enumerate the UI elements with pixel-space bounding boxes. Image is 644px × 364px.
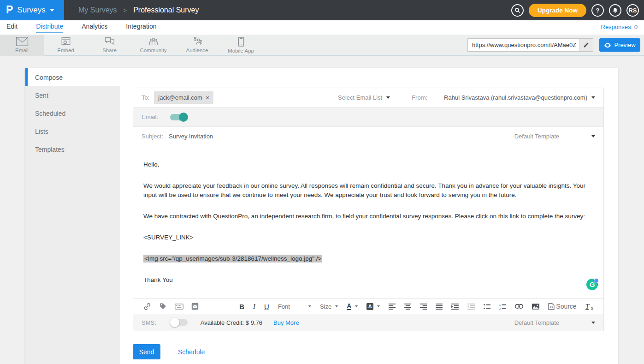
upgrade-now-button[interactable]: Upgrade Now xyxy=(529,4,586,17)
background-color-button[interactable]: A xyxy=(366,303,380,310)
email-toggle[interactable] xyxy=(170,114,187,120)
channel-email[interactable]: Email xyxy=(0,35,44,56)
tab-integration[interactable]: Integration xyxy=(126,23,156,32)
select-email-list-dropdown[interactable]: Select Email List xyxy=(338,94,390,101)
subject-label: Subject: xyxy=(142,133,163,140)
caret-down-icon xyxy=(591,322,595,324)
search-icon xyxy=(514,7,520,13)
channel-label: Email xyxy=(15,48,29,53)
body-closing: Thank You xyxy=(143,275,593,285)
breadcrumb-survey-title: Professional Survey xyxy=(133,6,199,14)
sidebar-item-compose[interactable]: Compose xyxy=(25,68,120,86)
survey-nav: Edit Distribute Analytics Integration Re… xyxy=(0,20,644,35)
body-paragraph-1: We would appreciate your feedback in our… xyxy=(143,181,593,200)
buy-more-link[interactable]: Buy More xyxy=(273,319,299,326)
align-center-button[interactable] xyxy=(404,304,411,310)
compose-form: To: jack@email.com × Select Email List F… xyxy=(133,88,604,146)
email-template-button[interactable] xyxy=(191,303,199,310)
recipient-chip[interactable]: jack@email.com × xyxy=(154,91,213,104)
bold-button[interactable]: B xyxy=(239,303,244,310)
justify-button[interactable] xyxy=(436,304,443,310)
header-actions: Upgrade Now ? RS xyxy=(511,4,644,17)
schedule-link[interactable]: Schedule xyxy=(178,348,205,356)
size-dropdown[interactable]: Size xyxy=(320,303,338,310)
align-right-button[interactable] xyxy=(420,304,427,310)
numbered-list-button[interactable]: 12 xyxy=(499,304,506,310)
email-sidebar: Compose Sent Scheduled Lists Templates xyxy=(25,68,120,364)
share-icon xyxy=(104,37,115,46)
channel-embed[interactable]: Embed xyxy=(44,35,88,56)
survey-link-token: <SURVEY_LINK> xyxy=(143,233,593,242)
insert-tag-button[interactable] xyxy=(159,303,167,310)
indent-icon xyxy=(451,304,459,310)
indent-button[interactable] xyxy=(451,304,459,310)
channel-community[interactable]: Community xyxy=(131,35,175,56)
editor-toolbar: B I U Font Size A xyxy=(133,298,604,314)
product-switcher[interactable]: P Surveys xyxy=(0,0,64,20)
email-template-dropdown[interactable]: Default Template xyxy=(514,133,595,140)
justify-icon xyxy=(436,304,443,310)
subject-row: Subject: Survey Invitation Default Templ… xyxy=(133,127,603,146)
insert-image-button[interactable] xyxy=(532,304,539,310)
edit-url-button[interactable] xyxy=(579,39,593,51)
keyboard-button[interactable] xyxy=(175,304,183,310)
align-left-button[interactable] xyxy=(389,304,396,310)
channel-mobile-app[interactable]: Mobile App xyxy=(219,35,263,56)
send-button[interactable]: Send xyxy=(133,344,160,359)
breadcrumb: My Surveys > Professional Survey xyxy=(78,6,199,14)
align-left-icon xyxy=(389,304,396,310)
from-dropdown[interactable]: Rahul Srivastava (rahul.srivastava@quest… xyxy=(444,94,595,101)
sms-template-dropdown[interactable]: Default Template xyxy=(514,319,595,326)
channel-label: Embed xyxy=(57,48,74,53)
channel-audience[interactable]: $ Audience xyxy=(175,35,219,56)
sidebar-item-scheduled[interactable]: Scheduled xyxy=(25,104,120,122)
sms-toggle[interactable] xyxy=(171,319,188,326)
grammarly-icon[interactable]: G xyxy=(586,279,598,290)
svg-text:1: 1 xyxy=(499,304,501,306)
caret-down-icon xyxy=(355,305,358,307)
email-body-editor[interactable]: Hello, We would appreciate your feedback… xyxy=(133,146,604,298)
remove-recipient-icon[interactable]: × xyxy=(206,95,209,101)
notifications-button[interactable] xyxy=(609,4,621,17)
help-button[interactable]: ? xyxy=(591,4,604,17)
sidebar-item-templates[interactable]: Templates xyxy=(25,140,120,158)
selected-image-tag: <img src="/qp_userimages/sub-3/2818617/w… xyxy=(143,255,322,263)
insert-link-button[interactable] xyxy=(515,304,523,309)
question-mark-icon: ? xyxy=(596,7,600,14)
bulleted-list-button[interactable] xyxy=(484,304,490,310)
tab-edit[interactable]: Edit xyxy=(6,23,18,32)
email-distribution-card: Compose Sent Scheduled Lists Templates T… xyxy=(25,68,618,364)
italic-button[interactable]: I xyxy=(253,303,255,310)
channel-share[interactable]: Share xyxy=(88,35,131,56)
responses-count[interactable]: Responses: 0 xyxy=(601,23,638,30)
text-color-icon: A xyxy=(347,303,351,310)
channel-label: Mobile App xyxy=(228,48,254,54)
tab-distribute[interactable]: Distribute xyxy=(36,23,63,33)
insert-survey-link-button[interactable] xyxy=(143,303,151,310)
questionpro-logo-icon: P xyxy=(6,5,13,15)
audience-icon: $ xyxy=(192,37,203,46)
font-dropdown[interactable]: Font xyxy=(278,303,311,310)
user-avatar[interactable]: RS xyxy=(626,4,639,17)
survey-url-input[interactable] xyxy=(468,39,579,51)
email-toggle-label: Email: xyxy=(142,113,158,120)
sidebar-item-sent[interactable]: Sent xyxy=(25,86,120,104)
search-button[interactable] xyxy=(511,4,524,17)
tab-analytics[interactable]: Analytics xyxy=(82,23,107,32)
subject-input[interactable]: Survey Invitation xyxy=(169,133,213,140)
sidebar-item-lists[interactable]: Lists xyxy=(25,122,120,140)
caret-down-icon xyxy=(377,305,380,307)
breadcrumb-my-surveys[interactable]: My Surveys xyxy=(78,6,117,14)
survey-url-field xyxy=(467,38,593,52)
remove-format-button[interactable]: Tx xyxy=(585,303,593,310)
source-button[interactable]: <> Source xyxy=(548,303,576,310)
page-content: Compose Sent Scheduled Lists Templates T… xyxy=(0,56,644,364)
compose-panel: To: jack@email.com × Select Email List F… xyxy=(120,68,618,364)
text-color-button[interactable]: A xyxy=(347,303,358,310)
caret-down-icon xyxy=(335,305,338,307)
underline-button[interactable]: U xyxy=(264,303,269,310)
outdent-button[interactable] xyxy=(467,304,475,310)
source-code-icon: <> xyxy=(548,303,555,310)
preview-button[interactable]: Preview xyxy=(599,38,640,52)
avatar-initials: RS xyxy=(628,7,637,14)
